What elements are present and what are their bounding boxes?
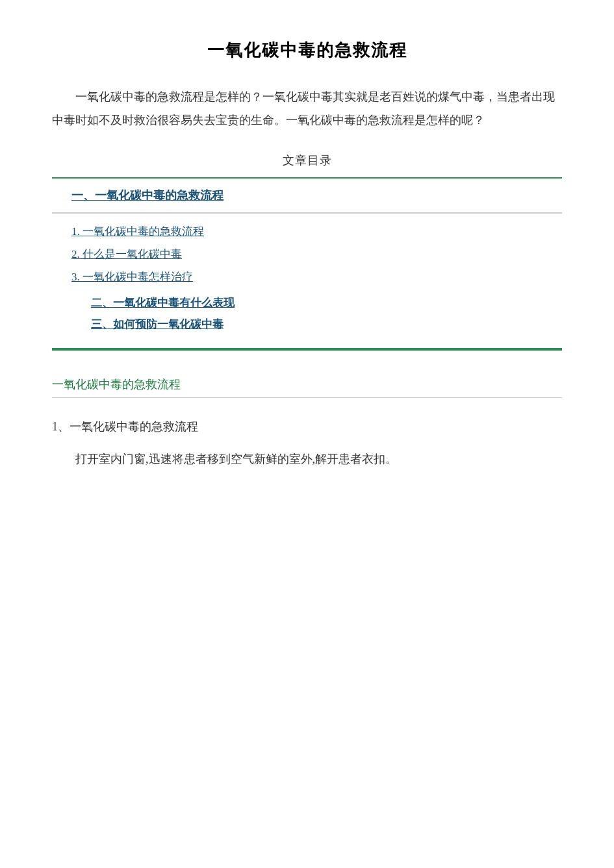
toc-section2-link[interactable]: 二、一氧化碳中毒有什么表现 bbox=[91, 297, 235, 309]
toc-section3-link[interactable]: 三、如何预防一氧化碳中毒 bbox=[91, 318, 224, 330]
toc-section1-header[interactable]: 一、一氧化碳中毒的急救流程 bbox=[52, 179, 562, 213]
toc-item-3[interactable]: 3. 一氧化碳中毒怎样治疗 bbox=[71, 266, 543, 288]
toc-section1-link[interactable]: 一、一氧化碳中毒的急救流程 bbox=[71, 189, 224, 202]
main-section-row: 一氧化碳中毒的急救流程 bbox=[52, 377, 562, 392]
toc-item-1-link[interactable]: 1. 一氧化碳中毒的急救流程 bbox=[71, 225, 204, 238]
page-title: 一氧化碳中毒的急救流程 bbox=[52, 39, 562, 62]
toc-title: 文章目录 bbox=[52, 153, 562, 168]
section-divider-1 bbox=[52, 397, 562, 398]
toc-section2-item[interactable]: 二、一氧化碳中毒有什么表现 bbox=[91, 292, 523, 314]
subsection1-title: 1、一氧化碳中毒的急救流程 bbox=[52, 419, 562, 434]
toc-heading-items: 二、一氧化碳中毒有什么表现 三、如何预防一氧化碳中毒 bbox=[71, 288, 543, 341]
main-section-title: 一氧化碳中毒的急救流程 bbox=[52, 377, 181, 392]
toc-item-2[interactable]: 2. 什么是一氧化碳中毒 bbox=[71, 243, 543, 266]
toc-item-2-link[interactable]: 2. 什么是一氧化碳中毒 bbox=[71, 248, 182, 260]
subsection1-body: 打开室内门窗,迅速将患者移到空气新鲜的室外,解开患者衣扣。 bbox=[52, 447, 562, 471]
toc-item-3-link[interactable]: 3. 一氧化碳中毒怎样治疗 bbox=[71, 271, 193, 283]
toc-section3-item[interactable]: 三、如何预防一氧化碳中毒 bbox=[91, 314, 523, 335]
toc-item-1[interactable]: 1. 一氧化碳中毒的急救流程 bbox=[71, 220, 543, 243]
toc-container: 一、一氧化碳中毒的急救流程 1. 一氧化碳中毒的急救流程 2. 什么是一氧化碳中… bbox=[52, 177, 562, 351]
intro-paragraph: 一氧化碳中毒的急救流程是怎样的？一氧化碳中毒其实就是老百姓说的煤气中毒，当患者出… bbox=[52, 85, 562, 132]
toc-items-group: 1. 一氧化碳中毒的急救流程 2. 什么是一氧化碳中毒 3. 一氧化碳中毒怎样治… bbox=[52, 214, 562, 349]
